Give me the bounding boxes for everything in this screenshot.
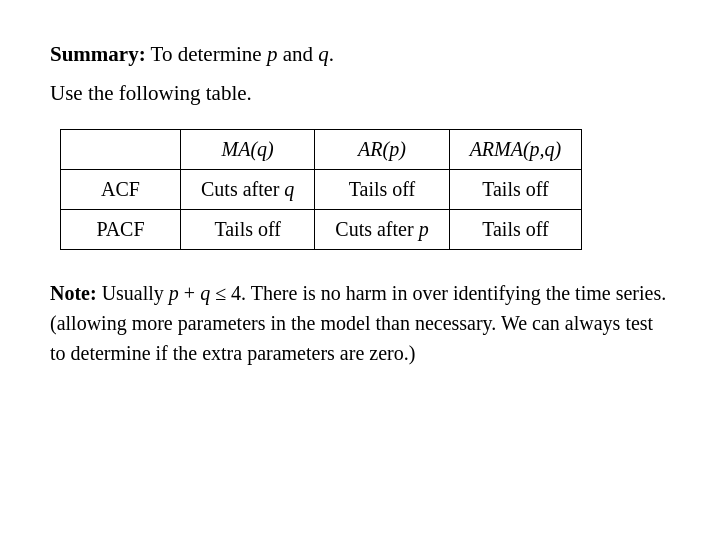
- table-header-row: MA(q) AR(p) ARMA(p,q): [61, 129, 582, 169]
- note-plus: +: [179, 282, 200, 304]
- header-ma: MA(q): [181, 129, 315, 169]
- header-arma: ARMA(p,q): [449, 129, 582, 169]
- period: .: [329, 42, 334, 66]
- header-empty: [61, 129, 181, 169]
- acf-ar: Tails off: [315, 169, 449, 209]
- table-container: MA(q) AR(p) ARMA(p,q) ACF Cuts after q T…: [60, 129, 670, 250]
- note-q: q: [200, 282, 210, 304]
- acf-ma: Cuts after q: [181, 169, 315, 209]
- summary-heading: Summary: To determine p and q.: [50, 40, 670, 69]
- note-section: Note: Usually p + q ≤ 4. There is no har…: [50, 278, 670, 368]
- header-ar: AR(p): [315, 129, 449, 169]
- table-row-pacf: PACF Tails off Cuts after p Tails off: [61, 209, 582, 249]
- acf-label: ACF: [61, 169, 181, 209]
- pacf-arma: Tails off: [449, 209, 582, 249]
- pacf-label: PACF: [61, 209, 181, 249]
- table-row-acf: ACF Cuts after q Tails off Tails off: [61, 169, 582, 209]
- q-italic: q: [318, 42, 329, 66]
- and-text: and: [277, 42, 318, 66]
- arma-table: MA(q) AR(p) ARMA(p,q) ACF Cuts after q T…: [60, 129, 582, 250]
- note-bold-label: Note:: [50, 282, 97, 304]
- p-italic: p: [267, 42, 278, 66]
- pacf-ar: Cuts after p: [315, 209, 449, 249]
- note-text1: Usually: [97, 282, 169, 304]
- acf-arma: Tails off: [449, 169, 582, 209]
- pacf-ma: Tails off: [181, 209, 315, 249]
- use-line: Use the following table.: [50, 79, 670, 108]
- summary-bold: Summary:: [50, 42, 146, 66]
- summary-rest: To determine: [151, 42, 267, 66]
- note-p: p: [169, 282, 179, 304]
